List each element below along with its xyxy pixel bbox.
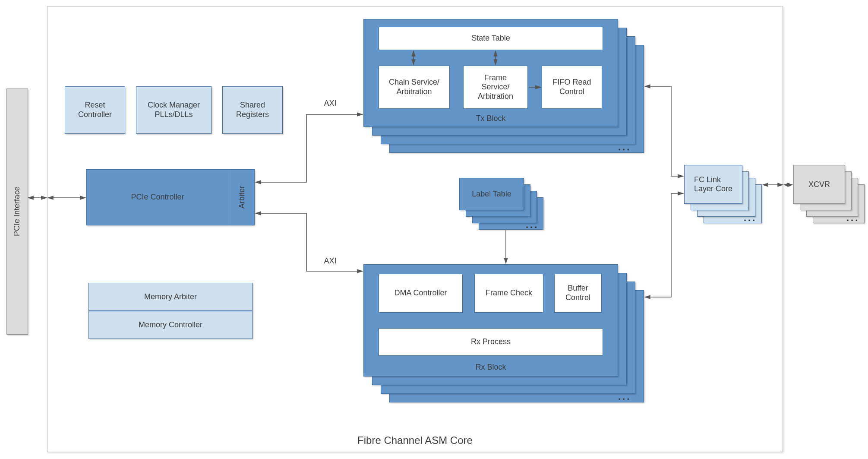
ellipsis-icon: ...: [618, 142, 631, 153]
ellipsis-icon: ...: [526, 219, 539, 231]
memory-controller-block: Memory Controller: [88, 311, 253, 339]
ellipsis-icon: ...: [846, 212, 859, 224]
pcie-controller-label: PCIe Controller: [86, 169, 229, 225]
pcie-interface-block: PCIe Interface: [6, 89, 28, 335]
label-table-stack: Label Table ...: [459, 178, 550, 238]
frame-check-block: Frame Check: [474, 274, 543, 313]
diagram-title: Fibre Channel ASM Core: [47, 432, 783, 449]
arbiter-block: Arbiter: [229, 169, 255, 225]
diagram-canvas: Fibre Channel ASM Core PCIe Interface Re…: [0, 0, 868, 459]
label-table-block: Label Table: [459, 178, 524, 210]
fc-link-block: FC Link Layer Core: [684, 165, 742, 204]
rx-process-block: Rx Process: [379, 328, 603, 356]
buffer-control-block: Buffer Control: [554, 274, 602, 313]
shared-registers-block: Shared Registers: [222, 86, 283, 134]
xcvr-block: XCVR: [793, 165, 845, 204]
dma-controller-block: DMA Controller: [379, 274, 463, 313]
clock-manager-block: Clock Manager PLLs/DLLs: [136, 86, 211, 134]
axi-label-tx: AXI: [319, 97, 341, 110]
state-table-block: State Table: [379, 27, 603, 50]
pcie-interface-label: PCIe Interface: [13, 187, 22, 236]
rx-block-label: Rx Block: [363, 360, 618, 375]
frame-service-block: Frame Service/ Arbitration: [463, 66, 528, 109]
memory-arbiter-block: Memory Arbiter: [88, 283, 253, 311]
fifo-read-block: FIFO Read Control: [542, 66, 602, 109]
arbiter-label: Arbiter: [237, 186, 247, 209]
ellipsis-icon: ...: [744, 212, 757, 224]
xcvr-stack: XCVR ...: [793, 165, 868, 230]
reset-controller-block: Reset Controller: [65, 86, 125, 134]
tx-block-label: Tx Block: [363, 111, 618, 126]
chain-service-block: Chain Service/ Arbitration: [379, 66, 450, 109]
axi-label-rx: AXI: [319, 255, 341, 268]
fc-link-stack: FC Link Layer Core ...: [684, 165, 766, 230]
ellipsis-icon: ...: [618, 391, 631, 402]
